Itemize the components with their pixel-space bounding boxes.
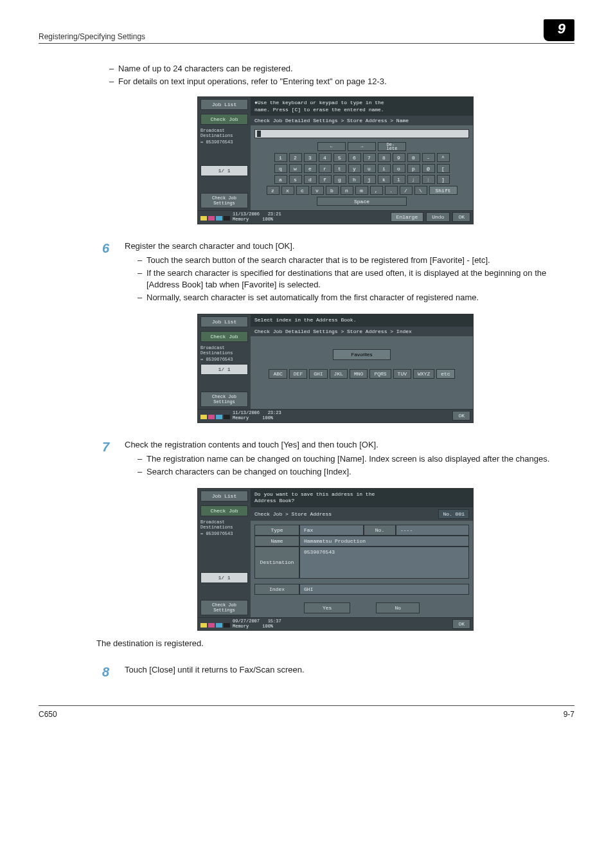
favorites-button[interactable]: Favorites bbox=[333, 349, 391, 360]
key-s[interactable]: s bbox=[289, 175, 302, 184]
destination-value: 0539876543 bbox=[299, 547, 469, 579]
index-key-mno[interactable]: MNO bbox=[350, 369, 368, 379]
status-bar: 11/13/2006 23:23 Memory 100% OK bbox=[198, 409, 473, 422]
key-2[interactable]: 2 bbox=[289, 153, 302, 162]
index-key-tuv[interactable]: TUV bbox=[393, 369, 411, 379]
on-screen-keyboard: ← → De- lete 1234567890-^ qwertyuiop@[ a… bbox=[251, 140, 473, 210]
yes-button[interactable]: Yes bbox=[304, 602, 350, 613]
chapter-badge: 9 bbox=[544, 19, 574, 41]
key-w[interactable]: w bbox=[289, 164, 302, 173]
index-key-def[interactable]: DEF bbox=[289, 369, 307, 379]
ok-button[interactable]: OK bbox=[452, 411, 470, 420]
key-o[interactable]: o bbox=[393, 164, 405, 173]
check-job-button[interactable]: Check Job bbox=[200, 114, 248, 125]
screenshot-index-select: Job List Check Job Broadcast Destination… bbox=[197, 314, 474, 422]
name-input[interactable] bbox=[254, 129, 469, 138]
key-i[interactable]: i bbox=[378, 164, 391, 173]
step-number: 6 bbox=[96, 241, 109, 305]
index-key-ghi[interactable]: GHI bbox=[309, 369, 327, 379]
key-[[interactable]: [ bbox=[437, 164, 450, 173]
kbd-row-4: zxcvbnm,./\Shift bbox=[254, 186, 469, 195]
name-button[interactable]: Name bbox=[254, 536, 299, 547]
page-indicator: 1/ 1 bbox=[200, 165, 248, 176]
index-value: GHI bbox=[299, 584, 469, 595]
key-][interactable]: ] bbox=[437, 175, 450, 184]
check-job-button[interactable]: Check Job bbox=[200, 331, 248, 342]
key-0[interactable]: 0 bbox=[407, 153, 420, 162]
key-7[interactable]: 7 bbox=[363, 153, 376, 162]
shift-key[interactable]: Shift bbox=[429, 186, 458, 195]
no-label: No. bbox=[364, 525, 396, 536]
key-d[interactable]: d bbox=[304, 175, 317, 184]
header-title: Registering/Specifying Settings bbox=[39, 32, 145, 41]
index-key-jkl[interactable]: JKL bbox=[330, 369, 348, 379]
check-job-settings-button[interactable]: Check Job Settings bbox=[200, 193, 248, 208]
key-p[interactable]: p bbox=[407, 164, 420, 173]
list-item: Touch the search button of the search ch… bbox=[138, 255, 574, 266]
broadcast-label: Broadcast Destinations bbox=[198, 344, 251, 356]
key-/[interactable]: / bbox=[400, 186, 413, 195]
key-q[interactable]: q bbox=[274, 164, 287, 173]
job-list-button[interactable]: Job List bbox=[200, 491, 248, 502]
delete-key[interactable]: De- lete bbox=[378, 142, 406, 151]
key-\[interactable]: \ bbox=[414, 186, 427, 195]
index-key-abc[interactable]: ABC bbox=[269, 369, 287, 379]
page-indicator: 1/ 1 bbox=[200, 572, 248, 583]
key-b[interactable]: b bbox=[326, 186, 339, 195]
job-list-button[interactable]: Job List bbox=[200, 99, 248, 110]
ok-button[interactable]: OK bbox=[452, 619, 470, 629]
job-list-button[interactable]: Job List bbox=[200, 316, 248, 327]
key-;[interactable]: ; bbox=[407, 175, 420, 184]
key-8[interactable]: 8 bbox=[378, 153, 391, 162]
key-.[interactable]: . bbox=[385, 186, 398, 195]
key-e[interactable]: e bbox=[304, 164, 317, 173]
key-x[interactable]: x bbox=[281, 186, 294, 195]
key-n[interactable]: n bbox=[341, 186, 353, 195]
undo-button[interactable]: Undo bbox=[426, 212, 450, 222]
key-z[interactable]: z bbox=[267, 186, 280, 195]
space-key[interactable]: Space bbox=[317, 197, 407, 206]
key-f[interactable]: f bbox=[319, 175, 332, 184]
index-key-pqrs[interactable]: PQRS bbox=[369, 369, 391, 379]
status-bar: 09/27/2007 15:37 Memory 100% OK bbox=[198, 617, 473, 630]
key-y[interactable]: y bbox=[348, 164, 361, 173]
arrow-right-key[interactable]: → bbox=[348, 142, 376, 151]
key-,[interactable]: , bbox=[370, 186, 383, 195]
no-button[interactable]: No bbox=[376, 602, 420, 613]
key--[interactable]: - bbox=[422, 153, 435, 162]
key-g[interactable]: g bbox=[333, 175, 346, 184]
key-@[interactable]: @ bbox=[422, 164, 435, 173]
arrow-left-key[interactable]: ← bbox=[317, 142, 346, 151]
key-l[interactable]: l bbox=[393, 175, 405, 184]
check-job-button[interactable]: Check Job bbox=[200, 505, 248, 516]
key-c[interactable]: c bbox=[296, 186, 309, 195]
page-header: Registering/Specifying Settings 9 bbox=[39, 19, 574, 44]
key-t[interactable]: t bbox=[333, 164, 346, 173]
key-u[interactable]: u bbox=[363, 164, 376, 173]
key-9[interactable]: 9 bbox=[393, 153, 405, 162]
key-5[interactable]: 5 bbox=[333, 153, 346, 162]
key-r[interactable]: r bbox=[319, 164, 332, 173]
ok-button[interactable]: OK bbox=[452, 212, 470, 222]
step-7: 7 Check the registration contents and to… bbox=[96, 440, 574, 479]
key-j[interactable]: j bbox=[363, 175, 376, 184]
key-^[interactable]: ^ bbox=[437, 153, 450, 162]
key-a[interactable]: a bbox=[274, 175, 287, 184]
key-:[interactable]: : bbox=[422, 175, 435, 184]
check-job-settings-button[interactable]: Check Job Settings bbox=[200, 392, 248, 407]
index-key-wxyz[interactable]: WXYZ bbox=[413, 369, 434, 379]
key-6[interactable]: 6 bbox=[348, 153, 361, 162]
key-k[interactable]: k bbox=[378, 175, 391, 184]
key-4[interactable]: 4 bbox=[319, 153, 332, 162]
key-3[interactable]: 3 bbox=[304, 153, 317, 162]
key-h[interactable]: h bbox=[348, 175, 361, 184]
key-m[interactable]: m bbox=[355, 186, 368, 195]
check-job-settings-button[interactable]: Check Job Settings bbox=[200, 600, 248, 615]
page-footer: C650 9-7 bbox=[39, 705, 574, 719]
enlarge-button[interactable]: Enlarge bbox=[391, 212, 424, 222]
key-v[interactable]: v bbox=[311, 186, 324, 195]
toner-icons bbox=[200, 214, 230, 221]
index-key-etc[interactable]: etc bbox=[436, 369, 454, 379]
index-button[interactable]: Index bbox=[254, 584, 299, 595]
key-1[interactable]: 1 bbox=[274, 153, 287, 162]
